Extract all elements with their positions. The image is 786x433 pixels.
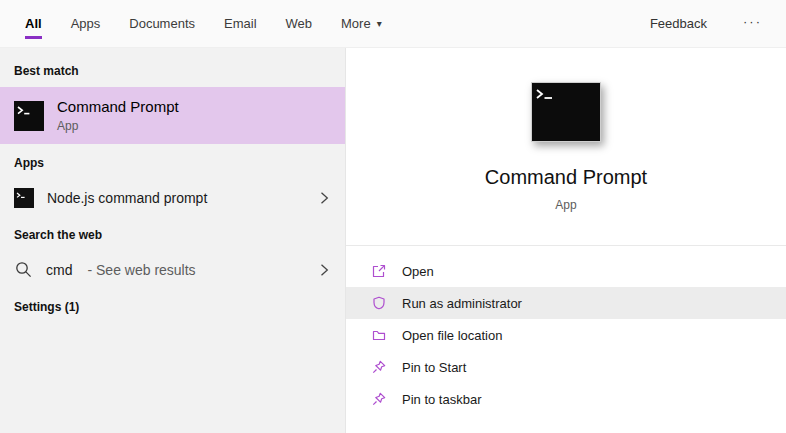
- web-search-query: cmd: [46, 262, 72, 278]
- best-match-text: Command Prompt App: [57, 98, 179, 133]
- list-item-nodejs-command-prompt[interactable]: Node.js command prompt: [0, 179, 345, 216]
- best-match-title: Command Prompt: [57, 98, 179, 115]
- topbar-right: Feedback ···: [650, 0, 762, 47]
- pin-icon: [371, 391, 387, 407]
- list-item-label: Node.js command prompt: [47, 190, 207, 206]
- action-pin-to-start[interactable]: Pin to Start: [346, 351, 786, 383]
- preview-subtitle: App: [555, 198, 576, 212]
- tab-more-label: More: [341, 16, 371, 31]
- best-match-subtitle: App: [57, 119, 179, 133]
- command-prompt-icon-large: [531, 82, 601, 142]
- chevron-right-icon: [319, 262, 329, 278]
- pin-icon: [371, 359, 387, 375]
- settings-header: Settings (1): [0, 288, 345, 323]
- command-prompt-icon: [14, 101, 44, 131]
- action-label: Pin to taskbar: [402, 392, 482, 407]
- tab-all-label: All: [25, 16, 42, 31]
- nodejs-command-prompt-icon: [14, 188, 34, 208]
- action-open-file-location[interactable]: Open file location: [346, 319, 786, 351]
- tab-web[interactable]: Web: [286, 0, 313, 47]
- open-icon: [371, 263, 387, 279]
- tab-documents[interactable]: Documents: [129, 0, 195, 47]
- search-the-web-header: Search the web: [0, 216, 345, 251]
- search-filter-tabs: All Apps Documents Email Web More ▾: [25, 0, 382, 47]
- preview-panel: Command Prompt App Open: [345, 48, 786, 433]
- tab-web-label: Web: [286, 16, 313, 31]
- tab-email[interactable]: Email: [224, 0, 257, 47]
- tab-documents-label: Documents: [129, 16, 195, 31]
- apps-header: Apps: [0, 144, 345, 179]
- action-open[interactable]: Open: [346, 255, 786, 287]
- tab-more[interactable]: More ▾: [341, 0, 382, 47]
- action-pin-to-taskbar[interactable]: Pin to taskbar: [346, 383, 786, 415]
- folder-location-icon: [371, 327, 387, 343]
- context-actions: Open Run as administrator: [346, 246, 786, 415]
- chevron-down-icon: ▾: [377, 18, 382, 29]
- chevron-right-icon: [319, 190, 329, 206]
- feedback-link[interactable]: Feedback: [650, 16, 707, 31]
- list-item-cmd-web-search[interactable]: cmd - See web results: [0, 251, 345, 288]
- search-results-content: Best match Command Prompt App Apps: [0, 48, 786, 433]
- action-label: Run as administrator: [402, 296, 522, 311]
- preview-title: Command Prompt: [485, 166, 647, 189]
- more-options-icon[interactable]: ···: [743, 14, 762, 33]
- best-match-header: Best match: [0, 54, 345, 87]
- best-match-item[interactable]: Command Prompt App: [0, 87, 345, 144]
- tab-email-label: Email: [224, 16, 257, 31]
- app-preview: Command Prompt App: [346, 48, 786, 212]
- action-label: Pin to Start: [402, 360, 466, 375]
- tab-all[interactable]: All: [25, 0, 42, 47]
- action-label: Open: [402, 264, 434, 279]
- results-list-panel: Best match Command Prompt App Apps: [0, 48, 345, 433]
- search-icon: [14, 260, 33, 279]
- tab-apps[interactable]: Apps: [71, 0, 101, 47]
- start-search-window: All Apps Documents Email Web More ▾ Feed…: [0, 0, 786, 433]
- action-label: Open file location: [402, 328, 502, 343]
- tab-apps-label: Apps: [71, 16, 101, 31]
- action-run-as-administrator[interactable]: Run as administrator: [346, 287, 786, 319]
- search-topbar: All Apps Documents Email Web More ▾ Feed…: [0, 0, 786, 48]
- web-search-hint: - See web results: [87, 262, 195, 278]
- admin-shield-icon: [371, 295, 387, 311]
